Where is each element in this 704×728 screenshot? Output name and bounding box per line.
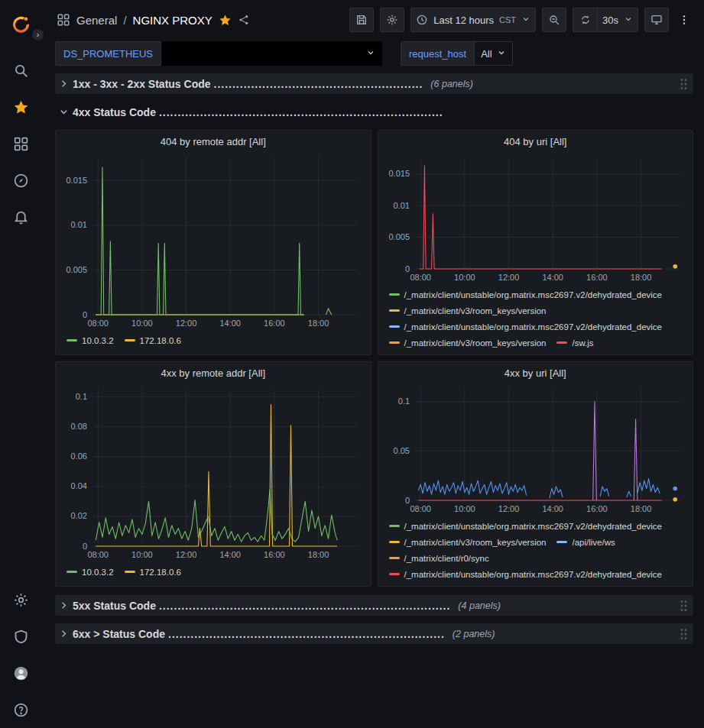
row-header-1xx-3xx-2xx[interactable]: 1xx - 3xx - 2xx Status Code ............… <box>55 73 693 94</box>
series-name: /_matrix/client/unstable/org.matrix.msc2… <box>404 570 663 579</box>
series-name: /_matrix/client/v3/room_keys/version <box>404 306 547 315</box>
zoom-out-icon <box>548 14 560 26</box>
row-header-4xx[interactable]: 4xx Status Code ........................… <box>55 102 693 122</box>
save-dashboard-button[interactable] <box>349 8 374 32</box>
breadcrumb-folder[interactable]: General <box>76 14 117 27</box>
svg-text:0.015: 0.015 <box>66 176 87 185</box>
sidebar-bottom <box>0 581 41 728</box>
breadcrumb-separator: / <box>123 14 126 27</box>
dashboard-title[interactable]: NGINX PROXY <box>133 14 212 27</box>
chevron-right-icon <box>58 78 70 89</box>
row-drag-handle[interactable] <box>679 626 689 642</box>
monitor-icon <box>650 14 663 26</box>
svg-text:12:00: 12:00 <box>176 319 197 328</box>
zoom-out-button[interactable] <box>542 8 566 32</box>
panel-legend: /_matrix/client/unstable/org.matrix.msc2… <box>384 284 687 350</box>
request-host-select[interactable]: All <box>475 41 512 66</box>
svg-text:10:00: 10:00 <box>131 319 153 328</box>
series-color-swatch <box>389 341 400 344</box>
svg-text:18:00: 18:00 <box>308 319 329 328</box>
svg-text:0.1: 0.1 <box>76 392 87 401</box>
panel-title[interactable]: 404 by uri [All] <box>384 131 687 154</box>
sidebar-item-alerting[interactable] <box>0 199 41 235</box>
datasource-select[interactable] <box>161 41 382 66</box>
legend-item[interactable]: 10.0.3.2 <box>67 332 114 348</box>
help-icon <box>13 702 29 718</box>
legend-item[interactable]: /_matrix/client/unstable/org.matrix.msc2… <box>389 319 663 335</box>
legend-item[interactable]: /_matrix/client/v3/room_keys/version <box>389 335 547 350</box>
legend-item[interactable]: /api/live/ws <box>556 534 615 550</box>
legend-item[interactable]: /_matrix/client/v3/room_keys/version <box>389 534 547 550</box>
sidebar-expand-button[interactable]: › <box>31 28 44 41</box>
svg-text:0.05: 0.05 <box>393 446 409 455</box>
sidebar-item-help[interactable] <box>0 691 41 728</box>
search-icon <box>13 63 29 79</box>
legend-item[interactable]: 172.18.0.6 <box>125 564 181 580</box>
compass-icon <box>13 173 29 189</box>
row-panel-count: (6 panels) <box>430 79 473 89</box>
legend-item[interactable]: /_matrix/client/r0/sync <box>389 550 489 566</box>
share-icon[interactable] <box>238 14 250 26</box>
row-title: 6xx > Status Code <box>73 628 165 640</box>
svg-text:08:00: 08:00 <box>87 550 109 559</box>
tv-mode-button[interactable] <box>644 8 669 32</box>
svg-text:14:00: 14:00 <box>219 319 241 328</box>
row-header-6xx[interactable]: 6xx > Status Code ......................… <box>55 623 693 644</box>
series-color-swatch <box>389 309 400 312</box>
navbar: General / NGINX PROXY L <box>41 0 704 40</box>
refresh-button[interactable] <box>573 8 597 32</box>
svg-text:0.005: 0.005 <box>66 265 87 274</box>
time-series-plot[interactable]: 00.020.040.060.080.108:0010:0012:0014:00… <box>62 385 365 561</box>
more-options-button[interactable] <box>675 8 693 32</box>
legend-item[interactable]: /_matrix/client/v3/room_keys/version <box>389 303 547 319</box>
sidebar-item-starred[interactable] <box>0 89 41 125</box>
legend-item[interactable]: 172.18.0.6 <box>125 332 181 348</box>
time-series-plot[interactable]: 00.0050.010.01508:0010:0012:0014:0016:00… <box>62 154 365 330</box>
sidebar-item-profile[interactable] <box>0 655 41 691</box>
series-color-swatch <box>389 293 400 296</box>
variable-label-request-host: request_host <box>401 41 475 66</box>
row-drag-handle[interactable] <box>679 76 689 92</box>
legend-item[interactable]: /sw.js <box>556 335 593 350</box>
panel-title[interactable]: 404 by remote addr [All] <box>62 131 365 154</box>
time-series-plot[interactable]: 00.0050.010.01508:0010:0012:0014:0016:00… <box>384 154 687 284</box>
time-range-label: Last 12 hours <box>433 15 494 26</box>
favorite-star-icon[interactable] <box>219 14 232 27</box>
panel-title[interactable]: 4xx by remote addr [All] <box>62 362 365 385</box>
svg-text:0.01: 0.01 <box>71 220 87 229</box>
series-color-swatch <box>389 525 400 527</box>
chevron-down-icon <box>497 48 506 60</box>
legend-item[interactable]: /_matrix/client/unstable/org.matrix.msc2… <box>389 286 663 303</box>
panel-4xx-by-uri: 4xx by uri [All] 00.050.108:0010:0012:00… <box>378 361 694 587</box>
sidebar-item-dashboards[interactable] <box>0 125 41 162</box>
time-series-plot[interactable]: 00.050.108:0010:0012:0014:0016:0018:00 <box>384 385 687 516</box>
row-drag-handle[interactable] <box>679 598 689 613</box>
dashboard-grid-icon[interactable] <box>57 13 70 27</box>
grafana-app: › General / NGINX PROXY <box>0 0 704 728</box>
chevron-down-icon <box>624 15 633 26</box>
panel-title[interactable]: 4xx by uri [All] <box>384 362 687 385</box>
row-header-5xx[interactable]: 5xx Status Code ........................… <box>55 595 693 616</box>
sidebar-item-server-admin[interactable] <box>0 618 41 655</box>
legend-item[interactable]: /_matrix/client/unstable/org.matrix.msc2… <box>389 566 663 581</box>
svg-text:0: 0 <box>83 542 87 551</box>
svg-text:12:00: 12:00 <box>498 504 519 513</box>
legend-item[interactable]: 10.0.3.2 <box>67 564 114 580</box>
refresh-interval-dropdown[interactable]: 30s <box>597 8 638 32</box>
series-color-swatch <box>389 541 400 543</box>
sidebar-item-search[interactable] <box>0 52 41 89</box>
sidebar-item-configuration[interactable] <box>0 581 41 618</box>
chevron-down-icon <box>521 15 530 26</box>
series-name: /_matrix/client/v3/room_keys/version <box>404 538 547 547</box>
legend-item[interactable]: /_matrix/client/unstable/org.matrix.msc2… <box>389 518 663 534</box>
request-host-value: All <box>481 48 492 60</box>
sidebar-item-explore[interactable] <box>0 162 41 199</box>
svg-text:0: 0 <box>404 496 409 505</box>
series-color-swatch <box>556 341 567 344</box>
series-name: /_matrix/client/r0/sync <box>404 554 489 563</box>
time-range-picker[interactable]: Last 12 hours CST <box>410 8 536 32</box>
series-name: /_matrix/client/unstable/org.matrix.msc2… <box>404 522 663 531</box>
series-name: /sw.js <box>572 338 593 348</box>
dashboard-settings-button[interactable] <box>380 8 404 32</box>
bell-icon <box>13 209 29 225</box>
